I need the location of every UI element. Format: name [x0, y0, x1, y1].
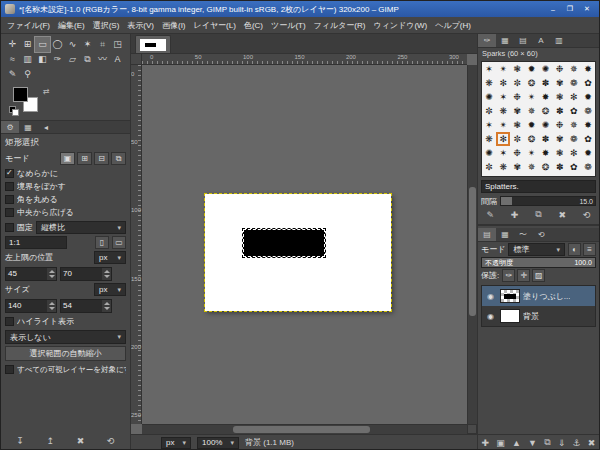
tool-clone[interactable]: ⧉: [80, 52, 95, 67]
brush-thumbnail[interactable]: ✴: [524, 146, 538, 160]
brush-thumbnail[interactable]: ❉: [510, 146, 524, 160]
ruler-corner[interactable]: [131, 54, 142, 65]
塗りつぶし...[interactable]: 塗りつぶし...: [482, 286, 595, 306]
brush-thumbnail[interactable]: ✾: [510, 104, 524, 118]
brush-thumbnail[interactable]: ✻: [567, 146, 581, 160]
brush-thumbnail[interactable]: ✻: [567, 90, 581, 104]
delete-layer-button[interactable]: ✖: [588, 438, 596, 448]
brush-thumbnail[interactable]: ✹: [524, 118, 538, 132]
canvas-area[interactable]: 050100150200250300 050100150200250: [131, 54, 477, 434]
mode-intersect-button[interactable]: ⧉: [111, 152, 126, 165]
spinner-arrows-icon[interactable]: [47, 268, 56, 280]
brush-thumbnail[interactable]: ❉: [553, 62, 567, 76]
brush-thumbnail[interactable]: ✸: [539, 90, 553, 104]
dock-menu-button[interactable]: ◂: [37, 121, 55, 133]
tool-ellipse-select[interactable]: ◯: [50, 37, 65, 52]
tool-paintbrush[interactable]: ✑: [50, 52, 65, 67]
brush-thumbnail[interactable]: ✺: [482, 90, 496, 104]
tool-free-select[interactable]: ∿: [65, 37, 80, 52]
brush-thumbnail[interactable]: ✼: [482, 160, 496, 174]
ratio-input[interactable]: 1:1: [5, 236, 67, 249]
highlight-checkbox[interactable]: [5, 317, 14, 326]
auto-shrink-button[interactable]: 選択範囲の自動縮小: [5, 346, 126, 361]
portrait-orientation-button[interactable]: ▯: [95, 236, 109, 249]
brush-thumbnail[interactable]: ✿: [567, 104, 581, 118]
brush-thumbnail[interactable]: ✾: [553, 76, 567, 90]
spinner-arrows-icon[interactable]: [47, 300, 56, 312]
position-unit-dropdown[interactable]: px: [94, 251, 126, 264]
tab-patterns[interactable]: ▦: [496, 34, 514, 47]
brush-thumbnail[interactable]: ❋: [482, 76, 496, 90]
tab-brushes[interactable]: ✑: [478, 34, 496, 47]
brush-thumbnail[interactable]: ❂: [539, 160, 553, 174]
zoom-dropdown[interactable]: 100%: [197, 437, 239, 449]
image-tab[interactable]: [135, 35, 171, 53]
brush-thumbnail[interactable]: ✼: [482, 104, 496, 118]
brush-thumbnail[interactable]: ✹: [581, 90, 595, 104]
brush-thumbnail[interactable]: ✹: [581, 146, 595, 160]
brush-thumbnail[interactable]: ✿: [581, 76, 595, 90]
brush-thumbnail[interactable]: ✴: [496, 62, 510, 76]
brush-thumbnail[interactable]: ❋: [496, 104, 510, 118]
brush-thumbnail[interactable]: ✸: [581, 62, 595, 76]
tool-crop[interactable]: ⌗: [95, 37, 110, 52]
menu-item[interactable]: ツール(T): [267, 20, 310, 31]
vertical-scrollbar[interactable]: [467, 65, 477, 424]
duplicate-layer-button[interactable]: ⧉: [544, 437, 550, 448]
tool-bucket-fill[interactable]: ◧: [35, 52, 50, 67]
tool-alignment[interactable]: ⊞: [20, 37, 35, 52]
navigation-button[interactable]: [467, 424, 477, 434]
guides-dropdown[interactable]: 表示しない: [5, 330, 126, 344]
tab-device-status[interactable]: ▦: [19, 121, 37, 133]
brush-thumbnail[interactable]: ✶: [496, 90, 510, 104]
shrink-merged-checkbox[interactable]: [5, 365, 14, 374]
brush-thumbnail[interactable]: ✶: [482, 118, 496, 132]
tool-transform[interactable]: ◳: [110, 37, 125, 52]
brush-thumbnail[interactable]: ✸: [581, 118, 595, 132]
vertical-ruler[interactable]: 050100150200250: [131, 65, 142, 424]
tool-pencil[interactable]: ✎: [5, 67, 20, 82]
brush-thumbnail[interactable]: ✶: [482, 62, 496, 76]
brush-thumbnail[interactable]: ✼: [510, 132, 524, 146]
anchor-layer-button[interactable]: ⚓: [573, 438, 581, 448]
tab-undo-history[interactable]: ⟲: [532, 228, 550, 241]
checkbox[interactable]: [5, 169, 14, 178]
layer-name[interactable]: 背景: [523, 311, 539, 322]
visibility-eye-icon[interactable]: [484, 312, 497, 321]
size-width-spinner[interactable]: 140: [5, 299, 57, 313]
horizontal-scrollbar[interactable]: [142, 424, 467, 434]
tab-paths[interactable]: 〜: [514, 228, 532, 241]
tool-fuzzy-select[interactable]: ✶: [80, 37, 95, 52]
menu-item[interactable]: 編集(E): [54, 20, 89, 31]
checkbox[interactable]: [5, 195, 14, 204]
brush-thumbnail[interactable]: ✵: [524, 104, 538, 118]
brush-thumbnail[interactable]: ✵: [567, 118, 581, 132]
menu-item[interactable]: ウィンドウ(W): [369, 20, 431, 31]
blend-space-button[interactable]: ◐: [568, 243, 581, 256]
tab-channels[interactable]: ▦: [496, 228, 514, 241]
tab-tool-options[interactable]: ⚙: [1, 121, 19, 133]
menu-item[interactable]: 色(C): [240, 20, 267, 31]
brush-thumbnail[interactable]: ❉: [553, 118, 567, 132]
menu-item[interactable]: 選択(S): [89, 20, 124, 31]
unit-dropdown[interactable]: px: [161, 437, 191, 449]
brush-thumbnail[interactable]: ✽: [553, 160, 567, 174]
brush-thumbnail[interactable]: ✴: [496, 118, 510, 132]
new-layer-button[interactable]: ✚: [482, 438, 490, 448]
menu-item[interactable]: 画像(I): [158, 20, 190, 31]
brush-thumbnail[interactable]: ✸: [539, 146, 553, 160]
brush-thumbnail[interactable]: ✾: [553, 132, 567, 146]
brush-thumbnail[interactable]: ✶: [496, 146, 510, 160]
checkbox[interactable]: [5, 182, 14, 191]
vertical-scroll-thumb[interactable]: [469, 187, 476, 316]
brush-thumbnail[interactable]: ✿: [581, 132, 595, 146]
image-canvas[interactable]: [205, 194, 391, 311]
brush-thumbnail[interactable]: ✺: [539, 118, 553, 132]
size-unit-dropdown[interactable]: px: [94, 283, 126, 296]
背景[interactable]: 背景: [482, 306, 595, 326]
mode-replace-button[interactable]: ▣: [60, 152, 75, 165]
brush-thumbnail[interactable]: ❁: [567, 76, 581, 90]
delete-brush-button[interactable]: ✖: [559, 210, 567, 220]
layer-name[interactable]: 塗りつぶし...: [523, 291, 570, 302]
brush-thumbnail[interactable]: ❃: [510, 118, 524, 132]
